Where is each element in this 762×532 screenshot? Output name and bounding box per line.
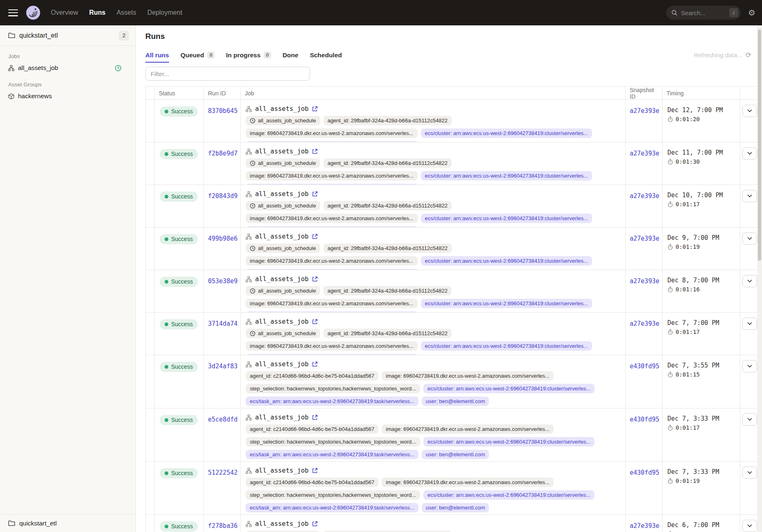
job-name-link[interactable]: all_assets_job bbox=[255, 190, 309, 198]
run-tag[interactable]: all_assets_job_schedule bbox=[246, 201, 320, 210]
snapshot-id-link[interactable]: a27e393e bbox=[630, 192, 659, 200]
job-name-link[interactable]: all_assets_job bbox=[255, 105, 309, 113]
row-menu-button[interactable] bbox=[742, 105, 757, 117]
run-tag[interactable]: ecs/cluster: arn:aws:ecs:us-west-2:69604… bbox=[421, 299, 592, 308]
run-tag[interactable]: image: 696042738419.dkr.ecr.us-west-2.am… bbox=[246, 214, 418, 223]
snapshot-id-link[interactable]: e430fd95 bbox=[630, 416, 659, 423]
snapshot-id-link[interactable]: a27e393e bbox=[630, 522, 659, 530]
tab-scheduled[interactable]: Scheduled bbox=[310, 52, 342, 59]
row-menu-button[interactable] bbox=[742, 232, 757, 245]
run-tag[interactable]: image: 696042738419.dkr.ecr.us-west-2.am… bbox=[246, 256, 418, 266]
run-tag[interactable]: ecs/cluster: arn:aws:ecs:us-west-2:69604… bbox=[421, 256, 592, 266]
search-input[interactable] bbox=[681, 9, 729, 16]
run-tag[interactable]: agent_id: 29fbafbf-324a-428d-b66a-d15112… bbox=[323, 329, 452, 338]
tab-in-progress[interactable]: In progress0 bbox=[226, 52, 271, 59]
snapshot-id-link[interactable]: e430fd95 bbox=[630, 363, 659, 370]
run-tag[interactable]: agent_id: 29fbafbf-324a-428d-b66a-d15112… bbox=[323, 158, 452, 168]
row-menu-button[interactable] bbox=[742, 467, 757, 479]
nav-item-runs[interactable]: Runs bbox=[89, 9, 106, 16]
menu-icon[interactable] bbox=[8, 9, 18, 16]
run-tag[interactable]: ecs/cluster: arn:aws:ecs:us-west-2:69604… bbox=[421, 341, 592, 351]
run-tag[interactable]: agent_id: 29fbafbf-324a-428d-b66a-d15112… bbox=[323, 201, 452, 210]
run-id-link[interactable]: 499b98e6 bbox=[208, 235, 237, 242]
run-tag[interactable]: agent_id: 29fbafbf-324a-428d-b66a-d15112… bbox=[323, 243, 452, 253]
repo-selector[interactable]: quickstart_etl 2 bbox=[0, 25, 136, 46]
snapshot-id-link[interactable]: a27e393e bbox=[630, 277, 659, 285]
run-tag[interactable]: user: ben@elementl.com bbox=[422, 450, 489, 459]
run-tag[interactable]: step_selection: hackernews_topstories,ha… bbox=[246, 490, 420, 500]
run-tag[interactable]: all_assets_job_schedule bbox=[246, 116, 320, 125]
snapshot-id-link[interactable]: e430fd95 bbox=[630, 469, 659, 476]
snapshot-id-link[interactable]: a27e393e bbox=[630, 320, 659, 327]
scrollbar-thumb[interactable] bbox=[758, 29, 761, 261]
external-link-icon[interactable] bbox=[312, 319, 318, 325]
run-tag[interactable]: ecs/cluster: arn:aws:ecs:us-west-2:69604… bbox=[421, 171, 592, 180]
external-link-icon[interactable] bbox=[312, 468, 318, 473]
run-id-link[interactable]: 8370b645 bbox=[208, 107, 237, 115]
run-tag[interactable]: all_assets_job_schedule bbox=[246, 158, 320, 168]
external-link-icon[interactable] bbox=[312, 521, 318, 527]
job-name-link[interactable]: all_assets_job bbox=[255, 361, 309, 368]
row-menu-button[interactable] bbox=[742, 520, 757, 532]
schedule-active-icon[interactable] bbox=[115, 65, 122, 72]
row-menu-button[interactable] bbox=[742, 318, 757, 330]
job-name-link[interactable]: all_assets_job bbox=[255, 318, 309, 325]
external-link-icon[interactable] bbox=[312, 234, 318, 239]
run-tag[interactable]: agent_id: c2140d66-96bd-4d6c-be75-b04a1d… bbox=[246, 478, 378, 487]
row-menu-button[interactable] bbox=[742, 190, 757, 202]
run-tag[interactable]: agent_id: c2140d66-96bd-4d6c-be75-b04a1d… bbox=[246, 371, 378, 381]
run-tag[interactable]: image: 696042738419.dkr.ecr.us-west-2.am… bbox=[382, 478, 554, 487]
run-id-link[interactable]: 51222542 bbox=[208, 469, 237, 476]
run-id-link[interactable]: f20843d9 bbox=[208, 192, 237, 200]
run-id-link[interactable]: e5ce8dfd bbox=[208, 416, 237, 423]
run-tag[interactable]: agent_id: 29fbafbf-324a-428d-b66a-d15112… bbox=[323, 286, 452, 295]
row-menu-button[interactable] bbox=[742, 147, 757, 160]
job-name-link[interactable]: all_assets_job bbox=[255, 520, 309, 527]
refresh-icon[interactable]: ⟳ bbox=[746, 51, 751, 59]
job-name-link[interactable]: all_assets_job bbox=[255, 275, 309, 283]
external-link-icon[interactable] bbox=[312, 149, 318, 154]
run-tag[interactable]: ecs/cluster: arn:aws:ecs:us-west-2:69604… bbox=[421, 214, 592, 223]
external-link-icon[interactable] bbox=[312, 106, 318, 112]
run-tag[interactable]: ecs/cluster: arn:aws:ecs:us-west-2:69604… bbox=[423, 437, 595, 446]
tab-done[interactable]: Done bbox=[283, 52, 298, 59]
job-name-link[interactable]: all_assets_job bbox=[255, 233, 309, 240]
nav-item-overview[interactable]: Overview bbox=[51, 9, 78, 16]
tab-all-runs[interactable]: All runs bbox=[145, 52, 169, 59]
run-tag[interactable]: all_assets_job_schedule bbox=[246, 329, 320, 338]
dagster-logo[interactable] bbox=[25, 4, 42, 21]
run-tag[interactable]: step_selection: hackernews_topstories,ha… bbox=[246, 437, 420, 446]
row-menu-button[interactable] bbox=[742, 275, 757, 287]
row-menu-button[interactable] bbox=[742, 360, 757, 372]
run-tag[interactable]: all_assets_job_schedule bbox=[246, 286, 320, 295]
run-tag[interactable]: ecs/task_arn: arn:aws:ecs:us-west-2:6960… bbox=[246, 397, 418, 406]
nav-item-deployment[interactable]: Deployment bbox=[147, 9, 182, 16]
search-box[interactable]: / bbox=[666, 6, 741, 20]
run-tag[interactable]: step_selection: hackernews_topstories,ha… bbox=[246, 384, 420, 393]
tab-queued[interactable]: Queued0 bbox=[181, 52, 215, 59]
external-link-icon[interactable] bbox=[312, 361, 318, 367]
external-link-icon[interactable] bbox=[312, 276, 318, 282]
external-link-icon[interactable] bbox=[312, 415, 318, 420]
run-tag[interactable]: all_assets_job_schedule bbox=[246, 243, 320, 253]
job-name-link[interactable]: all_assets_job bbox=[255, 467, 309, 474]
job-name-link[interactable]: all_assets_job bbox=[255, 414, 309, 421]
runs-filter-input[interactable] bbox=[145, 67, 310, 81]
external-link-icon[interactable] bbox=[312, 191, 318, 197]
run-tag[interactable]: image: 696042738419.dkr.ecr.us-west-2.am… bbox=[382, 371, 554, 381]
run-tag[interactable]: image: 696042738419.dkr.ecr.us-west-2.am… bbox=[246, 171, 418, 180]
run-tag[interactable]: ecs/cluster: arn:aws:ecs:us-west-2:69604… bbox=[423, 490, 595, 500]
snapshot-id-link[interactable]: a27e393e bbox=[630, 235, 659, 242]
run-tag[interactable]: user: ben@elementl.com bbox=[422, 397, 489, 406]
run-tag[interactable]: agent_id: c2140d66-96bd-4d6c-be75-b04a1d… bbox=[246, 424, 378, 434]
run-tag[interactable]: image: 696042738419.dkr.ecr.us-west-2.am… bbox=[246, 299, 418, 308]
snapshot-id-link[interactable]: a27e393e bbox=[630, 107, 659, 115]
run-tag[interactable]: agent_id: 29fbafbf-324a-428d-b66a-d15112… bbox=[323, 116, 452, 125]
run-tag[interactable]: ecs/task_arn: arn:aws:ecs:us-west-2:6960… bbox=[246, 503, 418, 512]
sidebar-item-hackernews[interactable]: hackernews bbox=[0, 90, 136, 102]
run-tag[interactable]: ecs/cluster: arn:aws:ecs:us-west-2:69604… bbox=[421, 128, 592, 138]
job-name-link[interactable]: all_assets_job bbox=[255, 148, 309, 155]
run-id-link[interactable]: 053e38e9 bbox=[208, 277, 237, 285]
run-tag[interactable]: image: 696042738419.dkr.ecr.us-west-2.am… bbox=[246, 128, 418, 138]
gear-icon[interactable]: ⚙ bbox=[748, 9, 755, 17]
